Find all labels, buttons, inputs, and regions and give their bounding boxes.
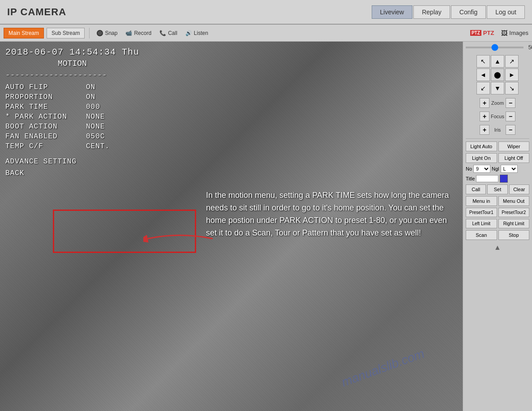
osd-row-proportion: PROPORTION ON — [5, 93, 139, 101]
osd-row-boot-action: BOOT ACTION NONE — [5, 123, 139, 131]
preset-tour1-button[interactable]: PresetTour1 — [466, 208, 497, 217]
call-icon: 📞 — [159, 30, 166, 36]
menu-row: Menu in Menu Out — [466, 196, 529, 206]
listen-icon: 🔊 — [185, 30, 192, 36]
iris-open-button[interactable]: + — [480, 125, 489, 135]
light-on-off-row: Light On Light Off — [466, 153, 529, 163]
clear-button[interactable]: Clear — [509, 184, 529, 194]
osd-settings-table: AUTO FLIP ON PROPORTION ON PARK TIME 000… — [5, 83, 139, 150]
scroll-arrow[interactable]: ▲ — [466, 244, 529, 252]
right-panel: 50 ↖ ▲ ↗ ◄ ⬤ ► ↙ ▼ ↘ + Zoom − + Focus − — [463, 42, 532, 411]
osd-val-park-time: 000 — [86, 103, 100, 111]
ngl-select[interactable]: L R — [501, 165, 518, 173]
light-wiper-row: Light Auto Wiper — [466, 141, 529, 151]
osd-val-boot-action: NONE — [86, 123, 105, 131]
light-off-button[interactable]: Light Off — [498, 153, 530, 163]
ptz-se-button[interactable]: ↘ — [505, 82, 519, 94]
toolbar: Main Stream Sub Stream Snap 📹 Record 📞 C… — [0, 25, 532, 42]
ptz-center-button[interactable]: ⬤ — [491, 68, 504, 81]
osd-row-park-action: * PARK ACTION NONE — [5, 113, 139, 121]
speed-slider[interactable] — [466, 47, 523, 48]
wiper-button[interactable]: Wiper — [498, 141, 530, 151]
ptz-e-button[interactable]: ► — [505, 68, 519, 81]
main-stream-button[interactable]: Main Stream — [4, 28, 44, 39]
ptz-s-button[interactable]: ▼ — [491, 82, 504, 94]
osd-row-auto-flip: AUTO FLIP ON — [5, 83, 139, 91]
menu-out-button[interactable]: Menu Out — [498, 196, 530, 206]
ptz-w-button[interactable]: ◄ — [476, 68, 490, 81]
osd-advance-setting: ADVANCE SETTING — [5, 158, 139, 166]
logout-button[interactable]: Log out — [487, 5, 525, 19]
ptz-icon: PTZ — [470, 30, 481, 36]
right-limit-button[interactable]: Right Limit — [498, 219, 530, 228]
iris-close-button[interactable]: − — [506, 125, 515, 135]
light-on-button[interactable]: Light On — [466, 153, 497, 163]
focus-in-button[interactable]: + — [480, 111, 489, 121]
osd-val-temp: CENT. — [86, 142, 110, 150]
osd-row-fan-enabled: FAN ENABLED 050C — [5, 133, 139, 141]
ngl-label: Ngl — [492, 166, 499, 171]
main-area: 2018-06-07 14:54:34 Thu MOTION ---------… — [0, 42, 532, 411]
title-input[interactable] — [476, 175, 498, 182]
divider-1 — [466, 138, 529, 139]
osd-val-fan-enabled: 050C — [86, 133, 105, 141]
preset-tour2-button[interactable]: PresetTour2 — [498, 208, 530, 217]
camera-feed: 2018-06-07 14:54:34 Thu MOTION ---------… — [0, 42, 463, 411]
osd-val-proportion: ON — [86, 93, 95, 101]
nav-buttons: Liveview Replay Config Log out — [372, 5, 525, 19]
osd-back: BACK — [5, 169, 139, 177]
sub-stream-button[interactable]: Sub Stream — [47, 28, 85, 39]
no-label: No — [466, 166, 472, 171]
osd-label-park-time: PARK TIME — [5, 103, 77, 111]
images-icon: 🖼 — [501, 30, 507, 37]
snap-action[interactable]: Snap — [94, 29, 120, 37]
call-set-clear-row: Call Set Clear — [466, 184, 529, 194]
ptz-n-button[interactable]: ▲ — [491, 55, 504, 68]
video-area: 2018-06-07 14:54:34 Thu MOTION ---------… — [0, 42, 463, 411]
no-select[interactable]: 9 12 — [473, 165, 490, 173]
menu-in-button[interactable]: Menu in — [466, 196, 497, 206]
call-button[interactable]: Call — [466, 184, 486, 194]
zoom-row: + Zoom − — [466, 98, 529, 108]
snap-icon — [97, 30, 103, 36]
zoom-in-button[interactable]: + — [480, 98, 489, 108]
zoom-label: Zoom — [491, 100, 504, 106]
preset-tour-row: PresetTour1 PresetTour2 — [466, 208, 529, 217]
title-row: Title — [466, 175, 529, 183]
call-action[interactable]: 📞 Call — [157, 29, 180, 37]
record-action[interactable]: 📹 Record — [123, 29, 154, 37]
osd-row-temp: TEMP C/F CENT. — [5, 142, 139, 150]
no-ngl-row: No 9 12 Ngl L R — [466, 165, 529, 173]
zoom-out-button[interactable]: − — [506, 98, 515, 108]
iris-label: Iris — [491, 127, 504, 133]
limit-row: Left Limit Right Limit — [466, 219, 529, 228]
osd-divider: --------------------- — [5, 71, 139, 80]
focus-label: Focus — [491, 114, 504, 119]
speed-row: 50 — [466, 44, 529, 51]
liveview-button[interactable]: Liveview — [372, 5, 413, 19]
ptz-nw-button[interactable]: ↖ — [476, 55, 490, 68]
ptz-sw-button[interactable]: ↙ — [476, 82, 490, 94]
listen-action[interactable]: 🔊 Listen — [183, 29, 211, 37]
ptz-button[interactable]: PTZ PTZ — [470, 30, 494, 36]
color-swatch[interactable] — [500, 175, 508, 183]
focus-out-button[interactable]: − — [506, 111, 515, 121]
replay-button[interactable]: Replay — [413, 5, 450, 19]
osd-overlay: 2018-06-07 14:54:34 Thu MOTION ---------… — [5, 47, 139, 177]
record-icon: 📹 — [125, 30, 132, 36]
images-button[interactable]: 🖼 Images — [501, 30, 528, 37]
ptz-direction-grid: ↖ ▲ ↗ ◄ ⬤ ► ↙ ▼ ↘ — [476, 55, 519, 94]
set-button[interactable]: Set — [487, 184, 507, 194]
stop-button[interactable]: Stop — [498, 230, 530, 240]
osd-val-auto-flip: ON — [86, 83, 95, 91]
toolbar-separator — [89, 28, 90, 39]
annotation-arrow — [143, 227, 215, 250]
osd-val-park-action: NONE — [86, 113, 105, 121]
scan-button[interactable]: Scan — [466, 230, 497, 240]
info-text: In the motion menu, setting a PARK TIME … — [206, 189, 454, 402]
config-button[interactable]: Config — [451, 5, 486, 19]
light-auto-button[interactable]: Light Auto — [466, 141, 497, 151]
ptz-ne-button[interactable]: ↗ — [505, 55, 519, 68]
left-limit-button[interactable]: Left Limit — [466, 219, 497, 228]
scan-stop-row: Scan Stop — [466, 230, 529, 240]
